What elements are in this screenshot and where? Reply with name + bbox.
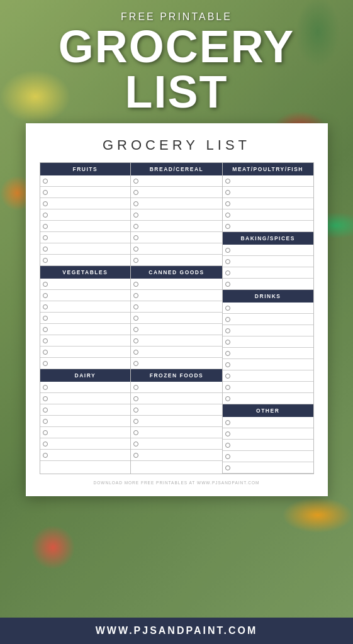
list-item <box>223 221 313 232</box>
list-item <box>223 314 313 325</box>
bullet-icon <box>43 201 48 206</box>
list-item <box>131 427 222 438</box>
list-item <box>40 324 131 335</box>
bullet-icon <box>225 340 230 345</box>
left-mid-panel: FRUITS VEGETABLES <box>40 163 222 474</box>
bullet-icon <box>225 224 230 229</box>
list-item <box>40 279 131 290</box>
bullet-icon <box>225 351 230 356</box>
bullet-icon <box>225 213 230 218</box>
fruits-header: FRUITS <box>40 163 131 175</box>
list-item <box>40 393 131 404</box>
list-item <box>223 440 313 451</box>
bullet-icon <box>225 270 230 275</box>
title-line2: LIST <box>13 69 340 114</box>
col-fruits-veg-dairy: FRUITS VEGETABLES <box>40 163 132 474</box>
bullet-icon <box>43 453 48 458</box>
bread-lines <box>131 175 222 266</box>
list-item <box>223 382 313 393</box>
bullet-icon <box>43 258 48 263</box>
vegetables-header: VEGETABLES <box>40 266 131 279</box>
card-title: GROCERY LIST <box>40 137 314 153</box>
bullet-icon <box>133 304 138 309</box>
list-item <box>40 290 131 301</box>
bullet-icon <box>225 431 230 436</box>
bullet-icon <box>43 213 48 218</box>
bullet-icon <box>133 316 138 321</box>
bullet-icon <box>225 259 230 264</box>
printable-card: GROCERY LIST FRUITS <box>26 123 328 496</box>
bullet-icon <box>133 282 138 287</box>
list-item <box>40 358 131 369</box>
bullet-icon <box>43 408 48 413</box>
bullet-icon <box>43 338 48 343</box>
list-item <box>131 209 222 221</box>
list-item <box>223 359 313 370</box>
list-item <box>223 451 313 462</box>
list-item <box>40 404 131 416</box>
bullet-icon <box>133 247 138 252</box>
bullet-icon <box>225 374 230 379</box>
list-item <box>131 438 222 450</box>
list-item <box>40 198 131 209</box>
list-item <box>223 393 313 404</box>
spacer <box>223 359 313 404</box>
list-item <box>223 417 313 428</box>
list-item <box>131 382 222 393</box>
footer-note: DOWNLOAD MORE FREE PRINTABLES AT WWW.PJS… <box>40 480 314 485</box>
bullet-icon <box>133 213 138 218</box>
list-item <box>131 324 222 335</box>
bullet-icon <box>133 408 138 413</box>
other-header: OTHER <box>223 404 313 417</box>
list-item <box>40 221 131 232</box>
list-item <box>131 335 222 347</box>
bullet-icon <box>225 179 230 184</box>
bullet-icon <box>133 441 138 447</box>
frozen-foods-header: FROZEN FOODS <box>131 369 222 382</box>
header-section: FREE PRINTABLE GROCERY LIST <box>0 0 353 123</box>
list-item <box>131 358 222 369</box>
bullet-icon <box>43 419 48 424</box>
bullet-icon <box>133 190 138 195</box>
other-lines <box>223 417 313 474</box>
list-item <box>223 209 313 221</box>
right-panel: MEAT/POULTRY/FISH BAKING/SPICES <box>222 163 313 474</box>
bullet-icon <box>43 316 48 321</box>
bullet-icon <box>133 327 138 332</box>
list-item <box>223 279 313 290</box>
list-item <box>40 255 131 266</box>
list-item <box>40 187 131 198</box>
bullet-icon <box>225 385 230 390</box>
bullet-icon <box>225 201 230 206</box>
bullet-icon <box>133 179 138 184</box>
list-item <box>131 416 222 427</box>
list-item <box>40 175 131 187</box>
list-item <box>223 303 313 314</box>
bullet-icon <box>225 190 230 195</box>
col-bread-canned-frozen: BREAD/CEREAL CANNED GOODS <box>131 163 222 474</box>
bullet-icon <box>133 258 138 263</box>
bullet-icon <box>43 396 48 401</box>
bullet-icon <box>43 224 48 229</box>
bullet-icon <box>43 430 48 435</box>
list-item <box>40 335 131 347</box>
bullet-icon <box>225 362 230 367</box>
baking-lines <box>223 245 313 290</box>
list-item <box>131 243 222 255</box>
bullet-icon <box>133 338 138 343</box>
list-item <box>40 416 131 427</box>
title-line1: GROCERY <box>13 24 340 69</box>
canned-lines <box>131 279 222 369</box>
list-item <box>131 301 222 313</box>
list-item <box>131 347 222 358</box>
list-item <box>40 209 131 221</box>
dairy-lines <box>40 382 131 461</box>
bullet-icon <box>43 293 48 298</box>
list-item <box>131 393 222 404</box>
list-item <box>223 198 313 209</box>
list-item <box>223 462 313 474</box>
list-item <box>223 256 313 267</box>
bullet-icon <box>133 350 138 355</box>
drinks-header: DRINKS <box>223 290 313 303</box>
bullet-icon <box>225 443 230 448</box>
